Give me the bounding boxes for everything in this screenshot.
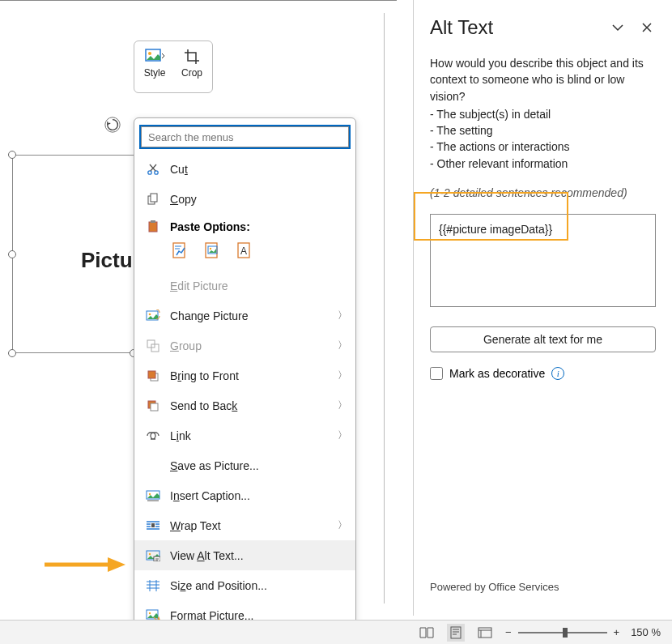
svg-point-30 xyxy=(149,612,151,613)
rotate-handle[interactable] xyxy=(104,116,121,134)
powered-by-label: Powered by Office Services xyxy=(430,581,559,593)
panel-bullet: - Other relevant information xyxy=(430,156,656,172)
size-position-label: Size and Position... xyxy=(170,579,347,592)
change-picture-label: Change Picture xyxy=(170,309,338,322)
chevron-right-icon: 〉 xyxy=(338,339,347,352)
crop-label: Crop xyxy=(181,67,202,79)
insert-caption-label: Insert Caption... xyxy=(170,489,347,502)
info-icon[interactable]: i xyxy=(551,367,564,380)
svg-point-4 xyxy=(155,170,158,173)
svg-point-24 xyxy=(149,493,151,494)
generate-alt-text-button[interactable]: Generate alt text for me xyxy=(430,326,656,352)
collapse-button[interactable] xyxy=(609,19,627,36)
chevron-right-icon: 〉 xyxy=(338,518,347,532)
svg-rect-32 xyxy=(478,628,491,638)
alt-text-input[interactable] xyxy=(430,214,656,307)
mini-toolbar: Style Crop xyxy=(134,41,213,93)
paste-picture-icon[interactable] xyxy=(202,240,223,261)
wrap-text-label: Wrap Text xyxy=(170,519,338,532)
link-label: Link xyxy=(170,429,338,442)
panel-title: Alt Text xyxy=(430,16,598,39)
svg-rect-22 xyxy=(151,403,158,411)
group-label: Group xyxy=(170,339,338,352)
mark-decorative-label: Mark as decorative xyxy=(449,367,545,380)
copy-icon xyxy=(142,193,164,206)
group-icon xyxy=(142,339,164,352)
size-position-icon xyxy=(142,580,164,591)
paste-icon xyxy=(142,220,164,233)
resize-handle[interactable] xyxy=(8,250,16,258)
panel-hint: (1-2 detailed sentences recommended) xyxy=(430,186,656,199)
crop-button[interactable]: Crop xyxy=(175,46,209,89)
status-bar: − + 150 % xyxy=(0,620,672,644)
mark-decorative-checkbox[interactable] xyxy=(430,367,443,380)
change-picture-icon xyxy=(142,309,164,322)
panel-bullet: - The setting xyxy=(430,122,656,139)
paste-options-header: Paste Options: xyxy=(134,214,355,235)
web-layout-icon[interactable] xyxy=(476,624,494,642)
bring-to-front-label: Bring to Front xyxy=(170,369,338,382)
cut-label: Cut xyxy=(170,163,347,176)
size-position-item[interactable]: Size and Position... xyxy=(134,570,355,600)
change-picture-item[interactable]: Change Picture 〉 xyxy=(134,301,355,331)
send-to-back-icon xyxy=(142,399,164,412)
insert-caption-item[interactable]: Insert Caption... xyxy=(134,480,355,510)
svg-point-2 xyxy=(148,52,151,55)
edit-picture-label: Edit Picture xyxy=(170,279,347,292)
style-button[interactable]: Style xyxy=(138,46,172,89)
chevron-right-icon: 〉 xyxy=(338,309,347,322)
svg-point-12 xyxy=(210,248,211,249)
menu-search-input[interactable] xyxy=(141,126,349,147)
zoom-slider[interactable]: − + xyxy=(505,626,619,638)
chevron-right-icon: 〉 xyxy=(338,399,347,412)
svg-rect-31 xyxy=(451,627,461,638)
svg-rect-20 xyxy=(148,371,155,378)
copy-label: Copy xyxy=(170,193,347,206)
read-mode-icon[interactable] xyxy=(418,624,436,642)
zoom-out-button[interactable]: − xyxy=(505,626,512,638)
group-item: Group 〉 xyxy=(134,331,355,360)
bring-to-front-item[interactable]: Bring to Front 〉 xyxy=(134,360,355,390)
context-menu: Cut Copy Paste Options: A Edit Picture C… xyxy=(134,117,356,638)
send-to-back-label: Send to Back xyxy=(170,399,338,412)
caption-icon xyxy=(142,490,164,501)
svg-point-3 xyxy=(148,170,151,173)
resize-handle[interactable] xyxy=(8,349,16,357)
wrap-text-item[interactable]: Wrap Text 〉 xyxy=(134,510,355,540)
view-alt-text-item[interactable]: View Alt Text... xyxy=(134,540,355,570)
zoom-level[interactable]: 150 % xyxy=(631,626,661,638)
cut-item[interactable]: Cut xyxy=(134,154,355,184)
wrap-text-icon xyxy=(142,520,164,531)
svg-rect-6 xyxy=(151,194,157,202)
alt-text-panel: Alt Text How would you describe this obj… xyxy=(413,0,672,616)
zoom-in-button[interactable]: + xyxy=(614,626,620,638)
paste-text-icon[interactable]: A xyxy=(235,240,256,261)
svg-point-16 xyxy=(149,313,151,315)
style-label: Style xyxy=(144,67,166,79)
chevron-right-icon: 〉 xyxy=(338,369,347,382)
link-icon xyxy=(142,430,164,441)
panel-bullet: - The subject(s) in detail xyxy=(430,106,656,122)
link-item[interactable]: Link 〉 xyxy=(134,420,355,450)
copy-item[interactable]: Copy xyxy=(134,184,355,214)
close-button[interactable] xyxy=(638,19,656,36)
svg-rect-8 xyxy=(151,220,155,223)
save-as-picture-label: Save as Picture... xyxy=(170,459,347,472)
svg-point-27 xyxy=(149,552,151,554)
bring-to-front-icon xyxy=(142,369,164,382)
alt-text-icon xyxy=(142,550,164,561)
send-to-back-item[interactable]: Send to Back 〉 xyxy=(134,390,355,420)
picture-label: Pictu xyxy=(81,248,133,273)
cut-icon xyxy=(142,163,164,176)
paste-keep-source-icon[interactable] xyxy=(170,240,191,261)
view-alt-text-label: View Alt Text... xyxy=(170,549,347,562)
edit-picture-item: Edit Picture xyxy=(134,271,355,301)
save-as-picture-item[interactable]: Save as Picture... xyxy=(134,450,355,480)
svg-rect-25 xyxy=(151,523,155,527)
svg-text:A: A xyxy=(240,245,247,257)
print-layout-icon[interactable] xyxy=(447,624,465,642)
resize-handle[interactable] xyxy=(8,151,16,159)
panel-bullet: - The actions or interactions xyxy=(430,139,656,155)
chevron-right-icon: 〉 xyxy=(338,429,347,442)
panel-description: How would you describe this object and i… xyxy=(430,55,656,104)
